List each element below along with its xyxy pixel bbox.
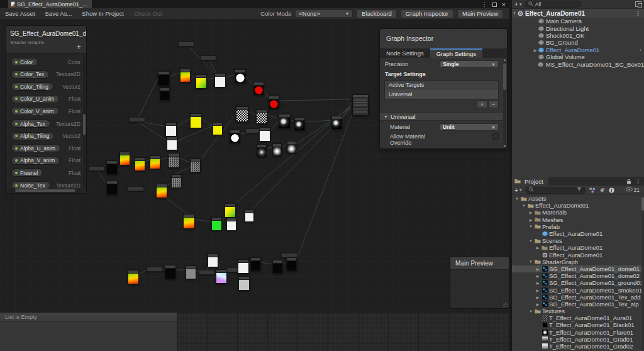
graph-node-radial[interactable] xyxy=(272,143,282,156)
blackboard-toggle-button[interactable]: Blackboard xyxy=(357,9,397,18)
graph-node-white[interactable] xyxy=(208,254,218,267)
tab-project[interactable]: Project xyxy=(512,177,548,186)
hidden-count-badge[interactable]: 21 xyxy=(626,187,641,193)
project-item-effect-auradome01[interactable]: ▼Effect_AuraDome01 xyxy=(512,202,644,209)
blackboard-property-row[interactable]: Alpha_Tex Texture2D xyxy=(6,118,82,130)
blackboard-property-row[interactable]: Alpha_U_anim Float xyxy=(6,142,82,154)
project-item-assets[interactable]: ▼Assets xyxy=(512,195,644,202)
property-pill[interactable]: Alpha_V_anim xyxy=(11,157,60,165)
graph-node-grad[interactable] xyxy=(180,69,191,82)
property-pill[interactable]: Color_U_anim xyxy=(11,95,59,103)
scene-picker-icon[interactable] xyxy=(635,1,641,7)
hierarchy-item-ms-effect-auradome01-bg-box01[interactable]: MS_Effect_AuraDome01_BG_Box01 xyxy=(512,60,644,67)
graph-node-grad[interactable] xyxy=(119,152,130,165)
project-item-marerials[interactable]: ▶Marerials xyxy=(512,209,644,216)
hierarchy-item-main-camera[interactable]: Main Camera xyxy=(512,18,644,25)
scroll-up-icon[interactable]: ▲ xyxy=(503,58,506,62)
search-by-type-icon[interactable] xyxy=(589,184,596,196)
graph-property-node[interactable] xyxy=(178,42,194,47)
blackboard-property-row[interactable]: Alpha_Tiling Vector2 xyxy=(6,130,82,142)
foldout-arrow-icon[interactable]: ▶ xyxy=(535,274,540,278)
project-item-sg-effect-auradome01-dome02[interactable]: ▶SG_Effect_AuraDome01_dome02 xyxy=(512,272,644,279)
universal-section-header[interactable]: ▼ Universal xyxy=(380,112,502,121)
main-preview-header[interactable]: Main Preview xyxy=(450,257,509,270)
graph-node-grad[interactable] xyxy=(183,214,195,229)
graph-node-black[interactable] xyxy=(286,257,297,271)
graph-inspector-toggle-button[interactable]: Graph Inspector xyxy=(401,9,453,18)
project-item-sg-effect-auradome01-ground01[interactable]: ▶SG_Effect_AuraDome01_ground01 xyxy=(512,279,644,286)
graph-property-node[interactable] xyxy=(128,186,144,191)
graph-node-circle-red[interactable] xyxy=(253,82,264,96)
project-item-sg-effect-auradome01-smoke01[interactable]: ▶SG_Effect_AuraDome01_smoke01 xyxy=(512,286,644,293)
graph-node-white[interactable] xyxy=(167,136,177,150)
graph-node-green[interactable] xyxy=(211,217,222,231)
scroll-down-icon[interactable]: ▼ xyxy=(503,144,506,148)
project-item-meshes[interactable]: ▶Meshes xyxy=(512,216,644,223)
window-close-icon[interactable]: × xyxy=(502,1,506,8)
foldout-arrow-icon[interactable]: ▶ xyxy=(535,267,540,271)
project-item-textures[interactable]: ▼Textures xyxy=(512,308,644,315)
save-asset-button[interactable]: Save Asset xyxy=(0,9,40,18)
blackboard-property-row[interactable]: Alpha_V_anim Float xyxy=(6,155,82,167)
project-item-scenes[interactable]: ▼Scenes xyxy=(512,237,644,244)
blackboard-vertical-scrollbar[interactable] xyxy=(83,56,86,187)
project-item-t-effect-auradome01-flare01[interactable]: T_Effect_AuraDome01_Flare01 xyxy=(512,329,644,336)
project-item-effect-auradome01[interactable]: ▶Effect_AuraDome01 xyxy=(512,244,644,251)
foldout-arrow-icon[interactable]: ▼ xyxy=(514,197,519,201)
property-pill[interactable]: Fresnel xyxy=(11,169,43,177)
graph-node-black[interactable] xyxy=(106,160,118,175)
project-item-t-effect-auradome01-aura01[interactable]: T_Effect_AuraDome01_Aura01 xyxy=(512,315,644,321)
graph-node-gray[interactable] xyxy=(186,265,196,279)
graph-node-black[interactable] xyxy=(160,87,170,101)
graph-node-sphere-dark[interactable] xyxy=(294,117,305,131)
foldout-arrow-icon[interactable]: ▼ xyxy=(521,204,526,208)
project-item-shadergraph[interactable]: ▼ShaderGraph xyxy=(512,259,644,265)
graph-node-white[interactable] xyxy=(165,122,177,136)
project-item-sg-effect-auradome01-dome01[interactable]: ▶SG_Effect_AuraDome01_dome01 xyxy=(512,265,644,272)
remove-target-button[interactable]: − xyxy=(488,101,499,108)
project-search-input[interactable] xyxy=(525,187,586,194)
hierarchy-item-directional-light[interactable]: Directional Light xyxy=(512,25,644,31)
graph-node-white[interactable] xyxy=(214,73,226,87)
project-item-sg-effect-auradome01-tex-alp[interactable]: ▶SG_Effect_AuraDome01_Tex_alp xyxy=(512,301,644,308)
project-item-prefab[interactable]: ▼Prefab xyxy=(512,223,644,230)
active-target-item[interactable]: Universal xyxy=(385,89,498,99)
graph-node-black[interactable] xyxy=(272,260,283,274)
project-item-t-effect-auradome01-grad01[interactable]: T_Effect_AuraDome01_Grad01 xyxy=(512,336,644,343)
scene-options-icon[interactable]: ⋮ xyxy=(635,10,641,16)
graph-property-node[interactable] xyxy=(200,55,216,60)
foldout-arrow-icon[interactable]: ▶ xyxy=(535,281,540,285)
hierarchy-item-shock001-ok[interactable]: Shock001_OK xyxy=(512,32,644,39)
precision-dropdown[interactable]: Single ▼ xyxy=(440,60,499,68)
inspector-scrollbar[interactable]: ▲ ▼ xyxy=(503,58,506,147)
graph-inspector-header[interactable]: Graph Inspector xyxy=(380,29,507,48)
graph-node-cmy[interactable] xyxy=(216,269,227,284)
graph-node-circle-white[interactable] xyxy=(235,69,246,84)
importer-warning-icon[interactable] xyxy=(609,184,614,196)
graph-node-gradyg[interactable] xyxy=(196,74,207,89)
resize-grip[interactable] xyxy=(503,303,508,307)
master-stack-node[interactable] xyxy=(352,94,369,116)
material-dropdown[interactable]: Unlit ▼ xyxy=(440,123,499,131)
graph-node-graynoise[interactable] xyxy=(168,153,180,168)
blackboard-property-row[interactable]: Color_Tex Texture2D xyxy=(6,69,82,81)
project-item-t-effect-auradome01-black01[interactable]: T_Effect_AuraDome01_Black01 xyxy=(512,321,644,328)
save-as-button[interactable]: Save As... xyxy=(40,9,77,18)
graph-property-node[interactable] xyxy=(89,166,105,171)
graph-node-radial-dark[interactable] xyxy=(257,144,267,157)
property-pill[interactable]: Color xyxy=(11,58,38,66)
graph-property-node[interactable] xyxy=(199,270,215,275)
graph-node-circle-white[interactable] xyxy=(230,130,240,143)
main-preview-toggle-button[interactable]: Main Preview xyxy=(457,9,503,18)
project-item-effect-auradome01[interactable]: Effect_AuraDome01 xyxy=(512,252,644,259)
hierarchy-item-bg-ground[interactable]: BG_Ground xyxy=(512,39,644,46)
graph-node-sphere-dark[interactable] xyxy=(279,114,291,129)
graph-node-black[interactable] xyxy=(165,265,176,279)
graph-node-graynoise[interactable] xyxy=(171,174,182,188)
graph-node-sphere-dark[interactable] xyxy=(331,116,342,130)
graph-node-yellow[interactable] xyxy=(190,113,202,128)
hierarchy-search-input[interactable]: All xyxy=(525,1,581,8)
graph-property-node[interactable] xyxy=(147,267,163,272)
graph-node-radial[interactable] xyxy=(287,141,296,153)
tab-node-settings[interactable]: Node Settings xyxy=(380,48,430,58)
